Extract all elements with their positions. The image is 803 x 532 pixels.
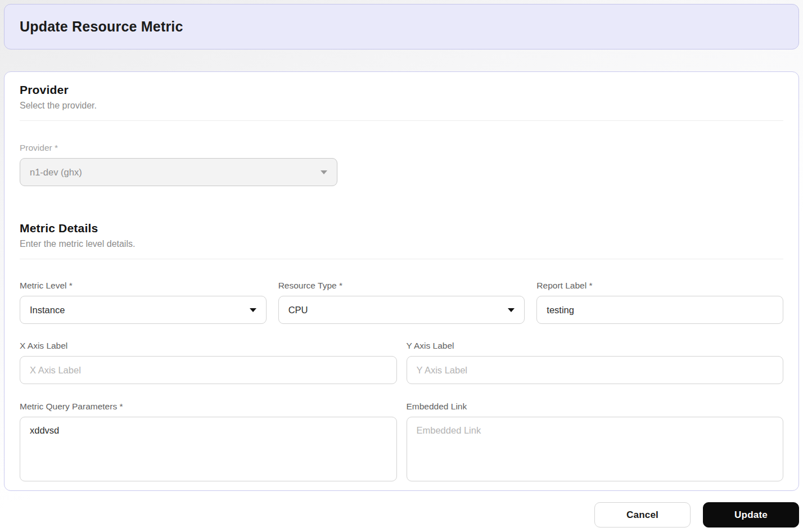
provider-select-value: n1-dev (ghx) <box>30 167 82 178</box>
chevron-down-icon <box>508 308 515 312</box>
resource-type-label: Resource Type * <box>278 281 525 291</box>
provider-section-divider <box>20 120 783 121</box>
metric-row-1: Metric Level * Instance Resource Type * … <box>20 281 783 324</box>
metric-details-subtitle: Enter the metric level details. <box>20 239 783 249</box>
metric-level-label: Metric Level * <box>20 281 267 291</box>
form-footer: Cancel Update <box>0 491 803 528</box>
provider-section-subtitle: Select the provider. <box>20 101 783 111</box>
resource-type-select[interactable]: CPU <box>278 296 525 324</box>
report-label-field: Report Label * <box>536 281 783 324</box>
metric-details-section: Metric Details Enter the metric level de… <box>20 222 783 484</box>
provider-select[interactable]: n1-dev (ghx) <box>20 158 337 186</box>
page-title: Update Resource Metric <box>20 19 183 35</box>
metric-query-parameters-label: Metric Query Parameters * <box>20 402 397 412</box>
metric-details-heading: Metric Details <box>20 222 783 235</box>
metric-details-divider <box>20 259 783 259</box>
report-label-label: Report Label * <box>536 281 783 291</box>
metric-query-parameters-textarea[interactable]: xddvsd <box>20 417 397 481</box>
provider-section-heading: Provider <box>20 83 783 97</box>
cancel-button[interactable]: Cancel <box>594 502 691 528</box>
metric-level-select[interactable]: Instance <box>20 296 267 324</box>
metric-row-3: Metric Query Parameters * xddvsd Embedde… <box>20 402 783 484</box>
update-button[interactable]: Update <box>703 502 799 528</box>
report-label-input[interactable] <box>536 296 783 324</box>
metric-level-select-value: Instance <box>30 305 65 315</box>
metric-row-2: X Axis Label Y Axis Label <box>20 341 783 384</box>
provider-section: Provider Select the provider. Provider *… <box>20 83 783 186</box>
chevron-down-icon <box>250 308 256 312</box>
y-axis-label-label: Y Axis Label <box>407 341 784 351</box>
provider-label: Provider * <box>20 143 783 153</box>
embedded-link-textarea[interactable] <box>407 417 784 481</box>
metric-level-field: Metric Level * Instance <box>20 281 267 324</box>
resource-type-field: Resource Type * CPU <box>278 281 525 324</box>
embedded-link-field: Embedded Link <box>407 402 784 484</box>
x-axis-label-input[interactable] <box>20 356 397 384</box>
chevron-down-icon <box>321 170 327 174</box>
provider-field: Provider * n1-dev (ghx) <box>20 143 783 186</box>
resource-type-select-value: CPU <box>288 305 308 315</box>
x-axis-label-field: X Axis Label <box>20 341 397 384</box>
page-header: Update Resource Metric <box>4 4 799 49</box>
y-axis-label-input[interactable] <box>407 356 784 384</box>
y-axis-label-field: Y Axis Label <box>407 341 784 384</box>
embedded-link-label: Embedded Link <box>407 402 784 412</box>
update-metric-form-card: Provider Select the provider. Provider *… <box>4 71 799 491</box>
metric-query-parameters-field: Metric Query Parameters * xddvsd <box>20 402 397 484</box>
x-axis-label-label: X Axis Label <box>20 341 397 351</box>
